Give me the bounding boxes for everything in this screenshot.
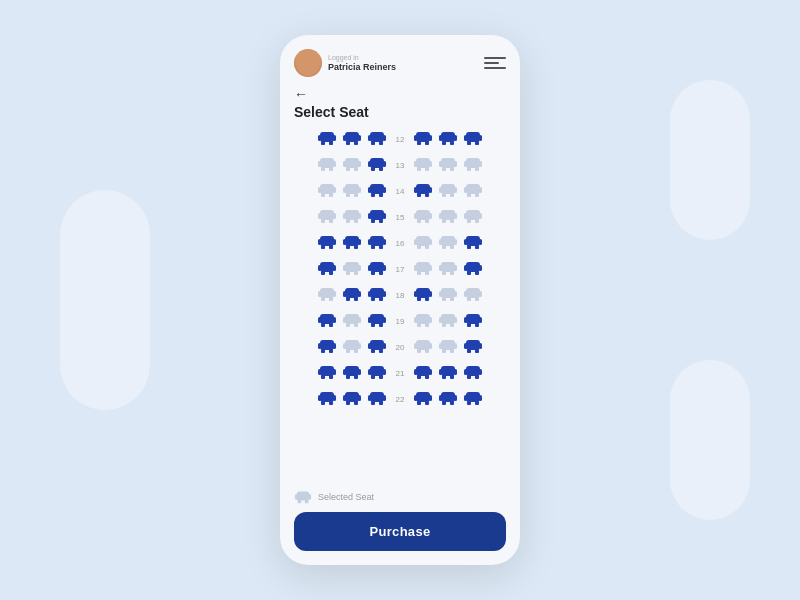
seat[interactable] <box>341 232 363 254</box>
seat[interactable] <box>412 258 434 280</box>
seat[interactable] <box>437 258 459 280</box>
seat[interactable] <box>366 388 388 410</box>
seat[interactable] <box>316 388 338 410</box>
svg-rect-39 <box>354 167 358 171</box>
seat[interactable] <box>341 180 363 202</box>
seat[interactable] <box>341 128 363 150</box>
seat[interactable] <box>437 336 459 358</box>
svg-rect-87 <box>479 187 482 193</box>
svg-rect-25 <box>466 132 480 142</box>
svg-rect-256 <box>414 343 417 349</box>
svg-rect-107 <box>429 213 432 219</box>
svg-rect-264 <box>450 349 454 353</box>
seat[interactable] <box>366 232 388 254</box>
seat[interactable] <box>412 362 434 384</box>
svg-rect-234 <box>450 323 454 327</box>
seat[interactable] <box>462 232 484 254</box>
header: Logged in Patricia Reiners <box>280 35 520 83</box>
seat[interactable] <box>316 284 338 306</box>
seat[interactable] <box>316 336 338 358</box>
svg-rect-218 <box>346 323 350 327</box>
seat[interactable] <box>316 206 338 228</box>
seat[interactable] <box>366 336 388 358</box>
seat[interactable] <box>412 232 434 254</box>
seat[interactable] <box>341 310 363 332</box>
seat[interactable] <box>366 310 388 332</box>
seat[interactable] <box>366 180 388 202</box>
seat[interactable] <box>316 362 338 384</box>
seat[interactable] <box>462 154 484 176</box>
seat[interactable] <box>412 180 434 202</box>
seat[interactable] <box>341 258 363 280</box>
seat[interactable] <box>462 284 484 306</box>
seat[interactable] <box>462 362 484 384</box>
seat[interactable] <box>412 388 434 410</box>
seat[interactable] <box>316 232 338 254</box>
seat[interactable] <box>437 310 459 332</box>
seat[interactable] <box>437 388 459 410</box>
seat[interactable] <box>412 128 434 150</box>
seat[interactable] <box>412 336 434 358</box>
seat[interactable] <box>316 128 338 150</box>
seat[interactable] <box>437 232 459 254</box>
seat[interactable] <box>341 336 363 358</box>
seat[interactable] <box>462 336 484 358</box>
seat[interactable] <box>316 180 338 202</box>
svg-rect-227 <box>429 317 432 323</box>
seat[interactable] <box>437 128 459 150</box>
svg-rect-245 <box>345 340 359 350</box>
seat[interactable] <box>341 206 363 228</box>
seat[interactable] <box>437 154 459 176</box>
seat[interactable] <box>366 284 388 306</box>
seat[interactable] <box>366 128 388 150</box>
seat[interactable] <box>412 154 434 176</box>
svg-rect-80 <box>441 184 455 194</box>
legend-seat-icon <box>294 488 312 506</box>
svg-rect-108 <box>417 219 421 223</box>
seat[interactable] <box>437 180 459 202</box>
seat[interactable] <box>316 258 338 280</box>
seat[interactable] <box>462 128 484 150</box>
seat[interactable] <box>437 284 459 306</box>
seat-group-left <box>316 258 388 280</box>
seat[interactable] <box>462 180 484 202</box>
svg-rect-197 <box>429 291 432 297</box>
seat[interactable] <box>437 206 459 228</box>
seat[interactable] <box>462 310 484 332</box>
svg-rect-313 <box>371 401 375 405</box>
seat[interactable] <box>366 258 388 280</box>
svg-rect-113 <box>442 219 446 223</box>
seat[interactable] <box>462 258 484 280</box>
svg-rect-199 <box>425 297 429 301</box>
svg-rect-292 <box>454 369 457 375</box>
seat[interactable] <box>316 310 338 332</box>
svg-rect-73 <box>371 193 375 197</box>
svg-rect-193 <box>371 297 375 301</box>
seat[interactable] <box>437 362 459 384</box>
menu-icon[interactable] <box>484 52 506 74</box>
row-number: 17 <box>391 265 409 274</box>
svg-rect-263 <box>442 349 446 353</box>
svg-rect-261 <box>439 343 442 349</box>
seat[interactable] <box>412 206 434 228</box>
seat[interactable] <box>462 388 484 410</box>
svg-rect-250 <box>370 340 384 350</box>
svg-rect-41 <box>368 161 371 167</box>
seat[interactable] <box>341 362 363 384</box>
seat[interactable] <box>366 362 388 384</box>
back-button[interactable]: ← <box>294 86 308 102</box>
seat[interactable] <box>366 206 388 228</box>
svg-rect-62 <box>333 187 336 193</box>
seat[interactable] <box>316 154 338 176</box>
seat[interactable] <box>366 154 388 176</box>
svg-rect-253 <box>371 349 375 353</box>
seat[interactable] <box>462 206 484 228</box>
seat[interactable] <box>412 284 434 306</box>
seat[interactable] <box>341 388 363 410</box>
seat[interactable] <box>412 310 434 332</box>
seat[interactable] <box>341 154 363 176</box>
svg-rect-236 <box>464 317 467 323</box>
purchase-button[interactable]: Purchase <box>294 512 506 551</box>
seat-row: 12 <box>290 128 510 150</box>
seat[interactable] <box>341 284 363 306</box>
